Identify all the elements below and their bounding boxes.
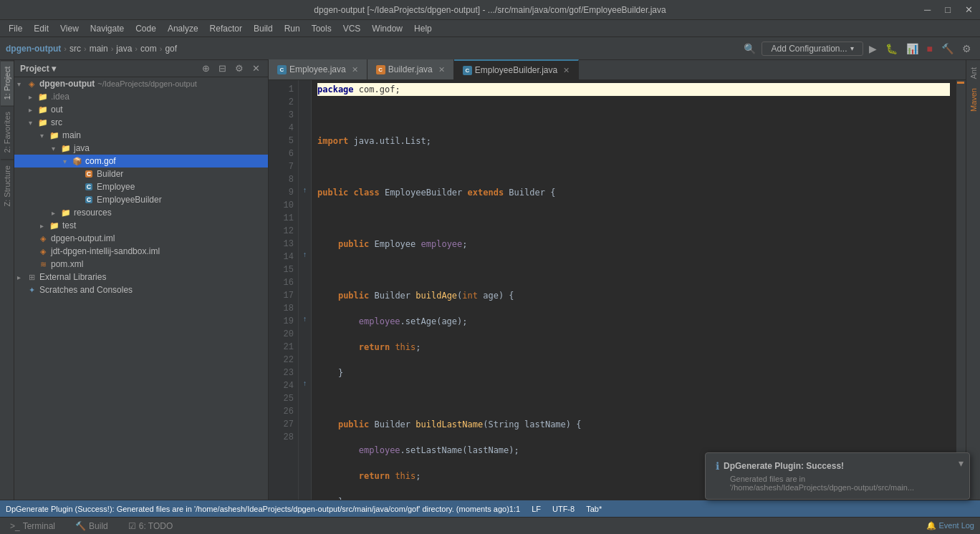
menu-navigate[interactable]: Navigate (85, 22, 130, 35)
build-button[interactable]: 🔨 (938, 42, 956, 56)
settings-button[interactable]: ⚙ (959, 42, 974, 56)
tab-eb-icon: C (463, 66, 472, 75)
tree-item-ext-libs[interactable]: ▸ ⊞ External Libraries (14, 271, 268, 283)
title-bar: dpgen-output [~/IdeaProjects/dpgen-outpu… (0, 0, 980, 20)
build-label: Build (89, 521, 108, 531)
breadcrumb-com[interactable]: com (140, 44, 157, 54)
java-class-icon: C (83, 168, 95, 180)
tree-item-root[interactable]: ▾ ◈ dpgen-output ~/IdeaProjects/dpgen-ou… (14, 77, 268, 90)
project-tab[interactable]: 1: Project (1, 60, 14, 105)
tab-employeebuilder[interactable]: C EmployeeBuilder.java ✕ (454, 59, 579, 79)
notification-title: DpGenerate Plugin: Success! (724, 461, 844, 471)
external-lib-icon: ⊞ (26, 271, 37, 283)
cursor-position: 1:1 (509, 505, 520, 513)
tree-label-root: dpgen-output (39, 79, 95, 89)
menu-file[interactable]: File (3, 22, 28, 35)
tree-item-out[interactable]: ▸ 📁 out (14, 103, 268, 116)
stop-button[interactable]: ■ (924, 42, 936, 56)
profile-button[interactable]: 📊 (903, 42, 921, 56)
menu-code[interactable]: Code (130, 22, 162, 35)
tree-item-comgof[interactable]: ▾ 📦 com.gof (14, 155, 268, 168)
minimize-button[interactable]: ─ (917, 0, 938, 19)
iml-icon: ◈ (37, 233, 49, 244)
override-marker-14[interactable]: ↑ (299, 248, 311, 261)
tree-label-main: main (62, 130, 81, 140)
maven-tab[interactable]: Maven (968, 84, 979, 116)
override-marker-19[interactable]: ↑ (299, 312, 311, 325)
java-class-employee-icon: C (83, 181, 95, 193)
tab-builder-close[interactable]: ✕ (438, 65, 445, 74)
favorites-tab[interactable]: 2: Favorites (1, 105, 14, 158)
menu-analyze[interactable]: Analyze (162, 22, 204, 35)
status-message: DpGenerate Plugin (Success!): Generated … (6, 505, 509, 513)
close-button[interactable]: ✕ (958, 0, 980, 19)
tree-item-employee[interactable]: C Employee (14, 180, 268, 193)
menu-run[interactable]: Run (279, 22, 306, 35)
event-log-button[interactable]: 🔔 Event Log (926, 521, 974, 530)
override-marker-24[interactable]: ↑ (299, 377, 311, 389)
bottom-bar: >_ Terminal 🔨 Build ☑ 6: TODO 🔔 Event Lo… (0, 517, 980, 534)
build-tab[interactable]: 🔨 Build (71, 520, 112, 533)
todo-tab[interactable]: ☑ 6: TODO (124, 520, 178, 533)
tree-label-out: out (51, 105, 63, 115)
line-ending[interactable]: LF (532, 505, 541, 513)
breadcrumb-src[interactable]: src (69, 44, 81, 54)
notification-close-button[interactable]: ▾ (959, 457, 964, 469)
encoding-status[interactable]: UTF-8 (552, 505, 575, 513)
indent-status[interactable]: Tab* (586, 505, 602, 513)
menu-edit[interactable]: Edit (28, 22, 54, 35)
tab-employee-close[interactable]: ✕ (352, 65, 358, 74)
ant-tab[interactable]: Ant (968, 63, 979, 84)
add-content-root-button[interactable]: ⊕ (200, 63, 212, 74)
tree-item-dpgen-iml[interactable]: ◈ dpgen-output.iml (14, 232, 268, 245)
breadcrumb-main[interactable]: main (90, 44, 108, 54)
tree-label-idea: .idea (51, 92, 69, 102)
menu-refactor[interactable]: Refactor (204, 22, 248, 35)
tree-item-test[interactable]: ▸ 📁 test (14, 219, 268, 232)
run-button[interactable]: ▶ (866, 42, 880, 56)
menu-view[interactable]: View (54, 22, 85, 35)
tree-item-jdt-iml[interactable]: ◈ jdt-dpgen-intellij-sandbox.iml (14, 245, 268, 258)
tab-builder-icon: C (376, 65, 385, 74)
tree-item-idea[interactable]: ▸ 📁 .idea (14, 90, 268, 103)
menu-vcs[interactable]: VCS (337, 22, 367, 35)
tree-item-builder[interactable]: C Builder (14, 168, 268, 180)
menu-build[interactable]: Build (248, 22, 279, 35)
tree-item-main[interactable]: ▾ 📁 main (14, 129, 268, 142)
debug-button[interactable]: 🐛 (883, 42, 900, 56)
tree-item-pom[interactable]: ≋ pom.xml (14, 258, 268, 271)
menu-window[interactable]: Window (366, 22, 408, 35)
editor-tabs: C Employee.java ✕ C Builder.java ✕ C Emp… (269, 60, 966, 80)
menu-bar: File Edit View Navigate Code Analyze Ref… (0, 20, 980, 37)
status-right: 1:1 LF UTF-8 Tab* (509, 505, 602, 513)
restore-button[interactable]: □ (938, 0, 958, 19)
tab-employee[interactable]: C Employee.java ✕ (269, 59, 368, 79)
structure-tab[interactable]: Z: Structure (1, 159, 14, 212)
settings-panel-button[interactable]: ⚙ (233, 63, 246, 74)
menu-help[interactable]: Help (408, 22, 438, 35)
override-marker-9[interactable]: ↑ (299, 183, 311, 196)
breadcrumb-root[interactable]: dpgen-output (6, 44, 61, 54)
folder-src-icon: 📁 (37, 117, 49, 128)
tree-item-resources[interactable]: ▸ 📁 resources (14, 206, 268, 219)
project-panel: Project ▾ ⊕ ⊟ ⚙ ✕ ▾ ◈ dpgen-output ~/Ide… (14, 60, 269, 500)
tree-item-src[interactable]: ▾ 📁 src (14, 116, 268, 129)
tree-item-employeebuilder[interactable]: C EmployeeBuilder (14, 193, 268, 206)
right-scrollbar-gutter[interactable] (956, 80, 966, 500)
tab-builder[interactable]: C Builder.java ✕ (368, 59, 454, 79)
terminal-tab[interactable]: >_ Terminal (6, 520, 59, 533)
breadcrumb-java[interactable]: java (116, 44, 132, 54)
tab-eb-close[interactable]: ✕ (563, 66, 570, 75)
collapse-all-button[interactable]: ⊟ (216, 63, 229, 74)
tree-item-scratches[interactable]: ✦ Scratches and Consoles (14, 283, 268, 296)
add-configuration-button[interactable]: Add Configuration... ▾ (762, 42, 863, 56)
breadcrumb-gof[interactable]: gof (165, 44, 177, 54)
code-text[interactable]: package com.gof; import java.util.List; … (312, 80, 956, 500)
close-panel-button[interactable]: ✕ (250, 63, 262, 74)
menu-tools[interactable]: Tools (306, 22, 337, 35)
search-everywhere-button[interactable]: 🔍 (741, 42, 759, 56)
gutter-marker-top (957, 82, 964, 84)
folder-java-icon: 📁 (60, 142, 72, 154)
tree-label-resources: resources (74, 208, 112, 218)
tree-item-java[interactable]: ▾ 📁 java (14, 142, 268, 155)
